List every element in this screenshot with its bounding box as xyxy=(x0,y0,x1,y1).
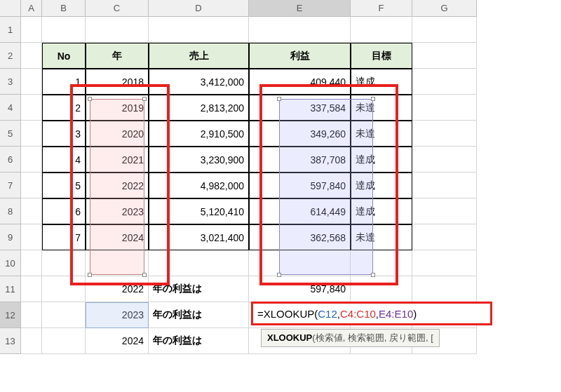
cell-C10[interactable] xyxy=(86,250,149,276)
cell-E6[interactable]: 387,708 xyxy=(249,147,351,173)
cell-A7[interactable] xyxy=(21,173,42,198)
header-target[interactable]: 目標 xyxy=(351,43,412,69)
cell-B11[interactable] xyxy=(42,276,86,302)
cell-B9[interactable]: 7 xyxy=(42,224,86,250)
cell-B12[interactable] xyxy=(42,302,86,328)
cell-D9[interactable]: 3,021,400 xyxy=(149,224,249,250)
row-header-4[interactable]: 4 xyxy=(0,95,21,121)
handle-icon[interactable] xyxy=(371,97,375,101)
cell-D10[interactable] xyxy=(149,250,249,276)
cell-C5[interactable]: 2020 xyxy=(86,121,149,147)
cell-E7[interactable]: 597,840 xyxy=(249,173,351,198)
col-header-E[interactable]: E xyxy=(249,0,351,17)
cell-G6[interactable] xyxy=(412,147,477,173)
row-header-13[interactable]: 13 xyxy=(0,328,21,354)
cell-F11[interactable] xyxy=(351,276,412,302)
cell-B8[interactable]: 6 xyxy=(42,198,86,224)
cell-E3[interactable]: 409,440 xyxy=(249,69,351,95)
col-header-C[interactable]: C xyxy=(86,0,149,17)
cell-A9[interactable] xyxy=(21,224,42,250)
row-header-11[interactable]: 11 xyxy=(0,276,21,302)
cell-D12[interactable]: 年の利益は xyxy=(149,302,249,328)
cell-G11[interactable] xyxy=(412,276,477,302)
cell-C6[interactable]: 2021 xyxy=(86,147,149,173)
handle-icon[interactable] xyxy=(142,97,147,101)
row-header-6[interactable]: 6 xyxy=(0,147,21,173)
row-header-12[interactable]: 12 xyxy=(0,302,21,328)
cell-F10[interactable] xyxy=(351,250,412,276)
header-no[interactable]: No xyxy=(42,43,86,69)
cell-D13[interactable]: 年の利益は xyxy=(149,328,249,354)
header-profit[interactable]: 利益 xyxy=(249,43,351,69)
cell-E11[interactable]: 597,840 xyxy=(249,276,351,302)
cell-F5[interactable]: 未達 xyxy=(351,121,412,147)
cell-A13[interactable] xyxy=(21,328,42,354)
cell-B4[interactable]: 2 xyxy=(42,95,86,121)
cell-A5[interactable] xyxy=(21,121,42,147)
row-header-8[interactable]: 8 xyxy=(0,198,21,224)
cell-F1[interactable] xyxy=(351,17,412,43)
select-all-corner[interactable] xyxy=(0,0,21,17)
cell-G2[interactable] xyxy=(412,43,477,69)
cell-F3[interactable]: 達成 xyxy=(351,69,412,95)
cell-E5[interactable]: 349,260 xyxy=(249,121,351,147)
col-header-D[interactable]: D xyxy=(149,0,249,17)
formula-input[interactable]: =XLOOKUP( C12 , C4:C10 , E4:E10 ) xyxy=(251,302,492,325)
cell-B13[interactable] xyxy=(42,328,86,354)
cell-F8[interactable]: 達成 xyxy=(351,198,412,224)
cell-C7[interactable]: 2022 xyxy=(86,173,149,198)
cell-C12[interactable]: 2023 xyxy=(86,302,149,328)
cell-C11[interactable]: 2022 xyxy=(86,276,149,302)
cell-F9[interactable]: 未達 xyxy=(351,224,412,250)
cell-B5[interactable]: 3 xyxy=(42,121,86,147)
cell-E4[interactable]: 337,584 xyxy=(249,95,351,121)
row-header-7[interactable]: 7 xyxy=(0,173,21,198)
handle-icon[interactable] xyxy=(371,273,375,277)
cell-C8[interactable]: 2023 xyxy=(86,198,149,224)
cell-D6[interactable]: 3,230,900 xyxy=(149,147,249,173)
col-header-A[interactable]: A xyxy=(21,0,42,17)
col-header-F[interactable]: F xyxy=(351,0,412,17)
cell-F4[interactable]: 未達 xyxy=(351,95,412,121)
cell-A10[interactable] xyxy=(21,250,42,276)
cell-E9[interactable]: 362,568 xyxy=(249,224,351,250)
cell-G7[interactable] xyxy=(412,173,477,198)
cell-E8[interactable]: 614,449 xyxy=(249,198,351,224)
row-header-9[interactable]: 9 xyxy=(0,224,21,250)
row-header-2[interactable]: 2 xyxy=(0,43,21,69)
cell-G10[interactable] xyxy=(412,250,477,276)
handle-icon[interactable] xyxy=(88,273,92,277)
cell-E10[interactable] xyxy=(249,250,351,276)
cell-A4[interactable] xyxy=(21,95,42,121)
cell-C4[interactable]: 2019 xyxy=(86,95,149,121)
cell-D4[interactable]: 2,813,200 xyxy=(149,95,249,121)
cell-B7[interactable]: 5 xyxy=(42,173,86,198)
cell-B10[interactable] xyxy=(42,250,86,276)
cell-B1[interactable] xyxy=(42,17,86,43)
cell-A3[interactable] xyxy=(21,69,42,95)
cell-D11[interactable]: 年の利益は xyxy=(149,276,249,302)
handle-icon[interactable] xyxy=(142,273,147,277)
cell-A11[interactable] xyxy=(21,276,42,302)
row-header-10[interactable]: 10 xyxy=(0,250,21,276)
cell-G3[interactable] xyxy=(412,69,477,95)
col-header-G[interactable]: G xyxy=(412,0,477,17)
cell-F7[interactable]: 達成 xyxy=(351,173,412,198)
cell-D5[interactable]: 2,910,500 xyxy=(149,121,249,147)
cell-D1[interactable] xyxy=(149,17,249,43)
cell-A1[interactable] xyxy=(21,17,42,43)
cell-G5[interactable] xyxy=(412,121,477,147)
cell-C1[interactable] xyxy=(86,17,149,43)
cell-D8[interactable]: 5,120,410 xyxy=(149,198,249,224)
cell-B6[interactable]: 4 xyxy=(42,147,86,173)
cell-G8[interactable] xyxy=(412,198,477,224)
header-sales[interactable]: 売上 xyxy=(149,43,249,69)
cell-F6[interactable]: 達成 xyxy=(351,147,412,173)
cell-C13[interactable]: 2024 xyxy=(86,328,149,354)
cell-B3[interactable]: 1 xyxy=(42,69,86,95)
cell-G9[interactable] xyxy=(412,224,477,250)
header-year[interactable]: 年 xyxy=(86,43,149,69)
row-header-5[interactable]: 5 xyxy=(0,121,21,147)
cell-G4[interactable] xyxy=(412,95,477,121)
cell-C3[interactable]: 2018 xyxy=(86,69,149,95)
